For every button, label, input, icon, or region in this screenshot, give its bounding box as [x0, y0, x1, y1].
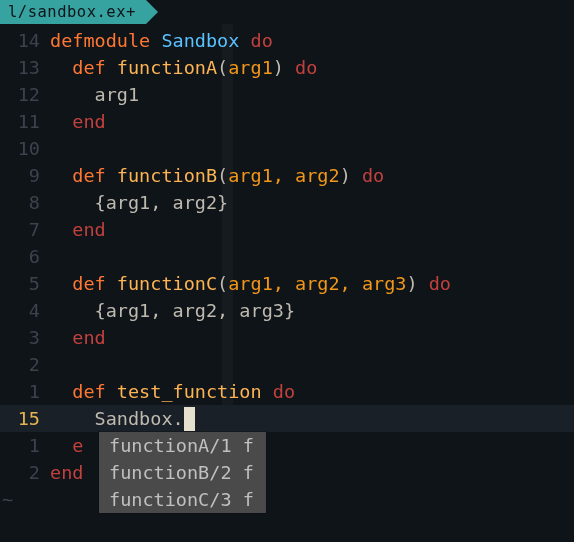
gutter-number: 1	[0, 378, 50, 405]
code-line[interactable]: 4 {arg1, arg2, arg3}	[0, 297, 574, 324]
completion-item[interactable]: functionC/3 f	[99, 486, 266, 513]
function-name: functionB	[117, 165, 217, 186]
code-line[interactable]: 13 def functionA(arg1) do	[0, 54, 574, 81]
completion-kind: f	[243, 462, 254, 483]
code-line[interactable]: 9 def functionB(arg1, arg2) do	[0, 162, 574, 189]
param: arg1, arg2, arg3	[228, 273, 406, 294]
keyword: def	[72, 381, 105, 402]
gutter-number: 1	[0, 432, 50, 459]
code-line[interactable]: 7 end	[0, 216, 574, 243]
gutter-number: 12	[0, 81, 50, 108]
completion-label: functionC/3	[109, 489, 232, 510]
module-ref: Sandbox	[95, 408, 173, 429]
code-line[interactable]: 6	[0, 243, 574, 270]
keyword-do: do	[295, 57, 317, 78]
function-name: functionC	[117, 273, 217, 294]
tuple-body: {arg1, arg2}	[95, 192, 229, 213]
code-line[interactable]: 12 arg1	[0, 81, 574, 108]
keyword: defmodule	[50, 30, 150, 51]
completion-kind: f	[243, 435, 254, 456]
dot: .	[173, 408, 184, 429]
gutter-number: 9	[0, 162, 50, 189]
gutter-number: 11	[0, 108, 50, 135]
code-line[interactable]: 2 end	[0, 459, 574, 486]
keyword: def	[72, 165, 105, 186]
gutter-number: 7	[0, 216, 50, 243]
function-name: functionA	[117, 57, 217, 78]
gutter-number: 5	[0, 270, 50, 297]
gutter-number: 4	[0, 297, 50, 324]
keyword-end: e	[72, 435, 83, 456]
keyword: def	[72, 57, 105, 78]
module-name: Sandbox	[161, 30, 239, 51]
keyword-end: end	[72, 111, 105, 132]
tuple-body: {arg1, arg2, arg3}	[95, 300, 295, 321]
completion-item[interactable]: functionA/1 f	[99, 432, 266, 459]
file-tab[interactable]: l/sandbox.ex+	[0, 0, 146, 24]
code-line[interactable]: 11 end	[0, 108, 574, 135]
gutter-number: 6	[0, 243, 50, 270]
keyword-end: end	[72, 219, 105, 240]
keyword-do: do	[251, 30, 273, 51]
tab-bar: l/sandbox.ex+	[0, 0, 574, 24]
keyword-end: end	[50, 462, 83, 483]
gutter-number-current: 15	[0, 405, 50, 432]
completion-label: functionB/2	[109, 462, 232, 483]
editor-area[interactable]: 14 defmodule Sandbox do 13 def functionA…	[0, 24, 574, 513]
variable: arg1	[95, 84, 140, 105]
function-name: test_function	[117, 381, 262, 402]
buffer-end-line: ~	[0, 486, 574, 513]
keyword-end: end	[72, 327, 105, 348]
gutter-number: 2	[0, 351, 50, 378]
code-line-current[interactable]: 15 Sandbox.	[0, 405, 574, 432]
gutter-number: 3	[0, 324, 50, 351]
tilde-icon: ~	[0, 486, 50, 513]
completion-item[interactable]: functionB/2 f	[99, 459, 266, 486]
code-line[interactable]: 10	[0, 135, 574, 162]
gutter-number: 13	[0, 54, 50, 81]
keyword-do: do	[273, 381, 295, 402]
gutter-number: 10	[0, 135, 50, 162]
code-line[interactable]: 8 {arg1, arg2}	[0, 189, 574, 216]
cursor	[184, 407, 195, 431]
gutter-number: 2	[0, 459, 50, 486]
keyword-do: do	[429, 273, 451, 294]
code-line[interactable]: 1 def test_function do	[0, 378, 574, 405]
param: arg1, arg2	[228, 165, 339, 186]
keyword-do: do	[362, 165, 384, 186]
code-line[interactable]: 5 def functionC(arg1, arg2, arg3) do	[0, 270, 574, 297]
code-line[interactable]: 1 e	[0, 432, 574, 459]
code-line[interactable]: 14 defmodule Sandbox do	[0, 27, 574, 54]
gutter-number: 14	[0, 27, 50, 54]
code-line[interactable]: 2	[0, 351, 574, 378]
completion-popup[interactable]: functionA/1 f functionB/2 f functionC/3 …	[99, 432, 266, 513]
completion-kind: f	[243, 489, 254, 510]
gutter-number: 8	[0, 189, 50, 216]
file-tab-label: l/sandbox.ex+	[8, 0, 136, 26]
code-line[interactable]: 3 end	[0, 324, 574, 351]
param: arg1	[228, 57, 273, 78]
keyword: def	[72, 273, 105, 294]
completion-label: functionA/1	[109, 435, 232, 456]
